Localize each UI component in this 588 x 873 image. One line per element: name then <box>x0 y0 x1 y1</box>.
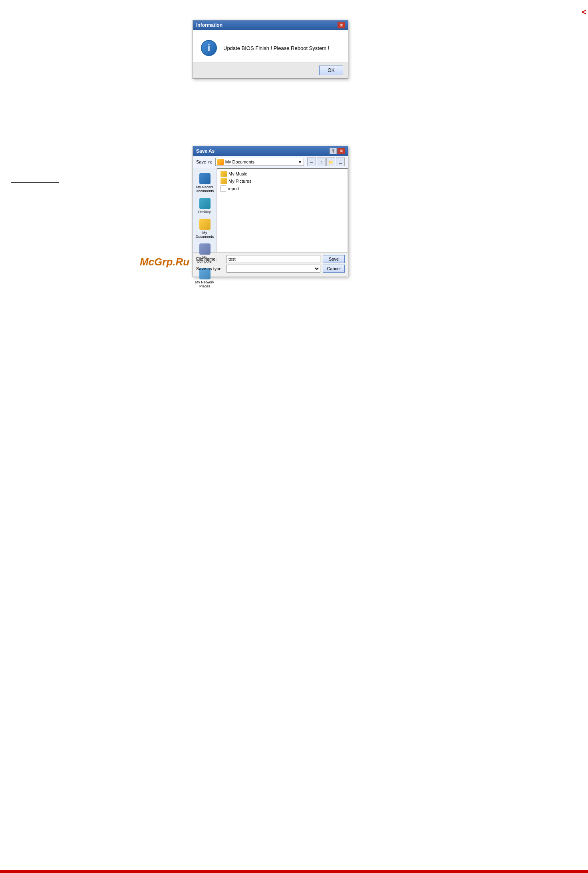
save-in-label: Save in: <box>196 159 212 164</box>
sidebar-desktop[interactable]: Desktop <box>194 196 216 215</box>
saveas-bottom-panel: File name: Save Save as type: Cancel <box>193 252 348 277</box>
toolbar-up-button[interactable]: ↑ <box>317 157 326 166</box>
information-dialog: Information ✕ i Update BIOS Finish ! Ple… <box>193 20 348 79</box>
filetype-row: Save as type: Cancel <box>196 265 345 273</box>
list-item[interactable]: My Music <box>219 170 346 177</box>
network-places-label: My Network Places <box>195 280 215 288</box>
my-documents-icon <box>199 219 211 230</box>
file-name: report <box>228 186 239 191</box>
saveas-close-button[interactable]: ✕ <box>338 148 345 154</box>
saveas-dialog: Save As ? ✕ Save in: My Documents ▼ ← ↑ … <box>193 146 348 277</box>
sidebar-my-computer[interactable]: My Computer <box>194 242 216 265</box>
saveas-titlebar: Save As ? ✕ <box>193 146 348 156</box>
save-button[interactable]: Save <box>323 255 345 263</box>
list-item[interactable]: My Pictures <box>219 177 346 185</box>
desktop-label: Desktop <box>198 210 211 214</box>
filetype-label: Save as type: <box>196 266 224 271</box>
info-dialog-title: Information <box>196 22 222 28</box>
bottom-bar <box>0 870 588 873</box>
desktop-icon <box>199 198 211 209</box>
saveas-file-listing[interactable]: My Music My Pictures report <box>217 168 348 252</box>
sidebar-my-documents[interactable]: My Documents <box>194 217 216 240</box>
document-icon <box>220 185 226 192</box>
info-message-text: Update BIOS Finish ! Please Reboot Syste… <box>223 45 329 51</box>
info-dialog-titlebar: Information ✕ <box>193 20 348 30</box>
folder-icon <box>220 171 227 177</box>
info-dialog-close-button[interactable]: ✕ <box>338 22 345 28</box>
toolbar-views-button[interactable]: ☰ <box>336 157 345 166</box>
saveas-places-sidebar: My Recent Documents Desktop My Documents… <box>193 168 217 252</box>
location-dropdown-arrow: ▼ <box>298 160 302 164</box>
folder-icon <box>220 178 227 184</box>
my-computer-icon <box>199 243 211 255</box>
list-item[interactable]: report <box>219 185 346 193</box>
saveas-titlebar-buttons: ? ✕ <box>330 148 345 154</box>
info-dialog-body: i Update BIOS Finish ! Please Reboot Sys… <box>193 30 348 62</box>
corner-arrow-icon: < <box>580 0 588 24</box>
file-name: My Pictures <box>228 179 251 183</box>
filetype-dropdown[interactable] <box>226 265 320 273</box>
info-icon: i <box>201 40 217 56</box>
file-name: My Music <box>228 171 247 176</box>
mcgrp-brand: McGrp.Ru <box>140 256 189 268</box>
saveas-content: My Recent Documents Desktop My Documents… <box>193 168 348 252</box>
toolbar-back-button[interactable]: ← <box>307 157 316 166</box>
sidebar-recent-documents[interactable]: My Recent Documents <box>194 171 216 195</box>
info-ok-button[interactable]: OK <box>319 66 343 75</box>
saveas-dialog-title: Save As <box>196 148 215 154</box>
filename-input[interactable] <box>226 255 320 263</box>
recent-docs-label: My Recent Documents <box>195 185 215 193</box>
saveas-help-button[interactable]: ? <box>330 148 337 154</box>
horizontal-divider <box>11 182 59 183</box>
my-documents-label: My Documents <box>195 231 215 239</box>
info-dialog-footer: OK <box>193 62 348 78</box>
saveas-toolbar: Save in: My Documents ▼ ← ↑ 📁 ☰ <box>193 156 348 168</box>
toolbar-new-folder-button[interactable]: 📁 <box>326 157 335 166</box>
save-location-dropdown[interactable]: My Documents ▼ <box>215 158 304 166</box>
location-text: My Documents <box>225 159 254 164</box>
location-folder-icon <box>217 159 224 165</box>
cancel-button[interactable]: Cancel <box>323 265 345 273</box>
recent-docs-icon <box>199 173 211 184</box>
saveas-toolbar-icons: ← ↑ 📁 ☰ <box>307 157 345 166</box>
filename-label: File name: <box>196 257 224 261</box>
filename-row: File name: Save <box>196 255 345 263</box>
